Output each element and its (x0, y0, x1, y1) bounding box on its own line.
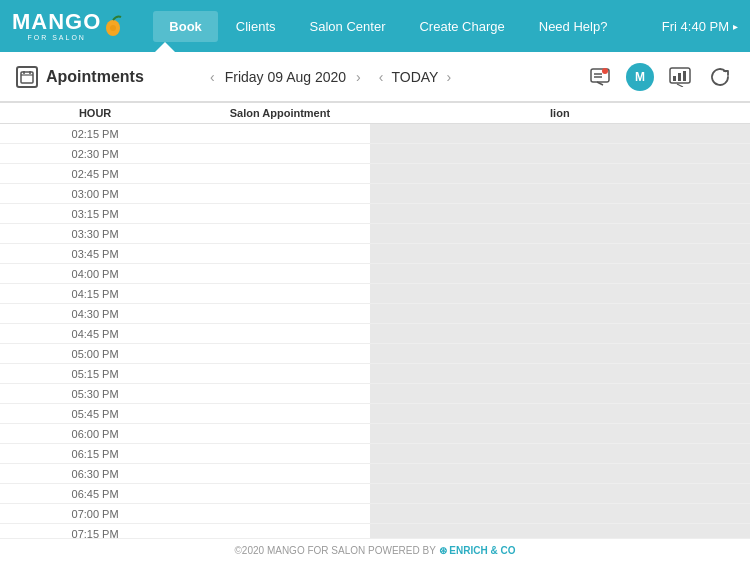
salon-cell[interactable] (190, 464, 370, 484)
table-row[interactable]: 03:00 PM (0, 184, 750, 204)
hour-cell: 04:15 PM (0, 284, 190, 304)
lion-cell[interactable] (370, 184, 750, 204)
date-prev-button[interactable]: ‹ (206, 67, 219, 87)
salon-cell[interactable] (190, 264, 370, 284)
lion-cell[interactable] (370, 384, 750, 404)
lion-cell[interactable] (370, 344, 750, 364)
lion-cell[interactable] (370, 124, 750, 144)
salon-cell[interactable] (190, 504, 370, 524)
lion-cell[interactable] (370, 364, 750, 384)
nav-need-help[interactable]: Need Help? (523, 11, 624, 42)
table-row[interactable]: 04:45 PM (0, 324, 750, 344)
nav-create-charge[interactable]: Create Charge (403, 11, 520, 42)
salon-cell[interactable] (190, 144, 370, 164)
hour-cell: 05:15 PM (0, 364, 190, 384)
filter-icon[interactable] (586, 63, 614, 91)
lion-cell[interactable] (370, 284, 750, 304)
col-header-hour: HOUR (0, 103, 190, 124)
table-row[interactable]: 04:15 PM (0, 284, 750, 304)
sub-header: Apointments ‹ Friday 09 Aug 2020 › ‹ TOD… (0, 52, 750, 102)
lion-cell[interactable] (370, 304, 750, 324)
hour-cell: 06:30 PM (0, 464, 190, 484)
table-row[interactable]: 03:15 PM (0, 204, 750, 224)
lion-cell[interactable] (370, 324, 750, 344)
lion-cell[interactable] (370, 504, 750, 524)
table-row[interactable]: 05:00 PM (0, 344, 750, 364)
salon-cell[interactable] (190, 484, 370, 504)
table-row[interactable]: 07:00 PM (0, 504, 750, 524)
table-row[interactable]: 06:45 PM (0, 484, 750, 504)
lion-cell[interactable] (370, 204, 750, 224)
hour-cell: 06:15 PM (0, 444, 190, 464)
top-nav: MANGO FOR SALON Book Clients Salon Cente… (0, 0, 750, 52)
today-next-button[interactable]: › (442, 67, 455, 87)
lion-cell[interactable] (370, 264, 750, 284)
table-row[interactable]: 06:00 PM (0, 424, 750, 444)
table-row[interactable]: 02:45 PM (0, 164, 750, 184)
lion-cell[interactable] (370, 444, 750, 464)
salon-cell[interactable] (190, 384, 370, 404)
lion-cell[interactable] (370, 524, 750, 539)
salon-cell[interactable] (190, 524, 370, 539)
lion-cell[interactable] (370, 464, 750, 484)
table-row[interactable]: 04:00 PM (0, 264, 750, 284)
salon-cell[interactable] (190, 364, 370, 384)
calendar-icon (16, 66, 38, 88)
time-arrow-icon: ▸ (733, 21, 738, 32)
table-row[interactable]: 04:30 PM (0, 304, 750, 324)
salon-cell[interactable] (190, 184, 370, 204)
table-row[interactable]: 05:45 PM (0, 404, 750, 424)
logo: MANGO FOR SALON (12, 11, 123, 41)
lion-cell[interactable] (370, 144, 750, 164)
salon-cell[interactable] (190, 224, 370, 244)
table-row[interactable]: 03:30 PM (0, 224, 750, 244)
salon-cell[interactable] (190, 124, 370, 144)
refresh-icon[interactable] (706, 63, 734, 91)
table-row[interactable]: 02:30 PM (0, 144, 750, 164)
nav-salon-center[interactable]: Salon Center (294, 11, 402, 42)
col-header-lion: lion (370, 103, 750, 124)
salon-cell[interactable] (190, 284, 370, 304)
today-button[interactable]: TODAY (391, 69, 438, 85)
table-row[interactable]: 03:45 PM (0, 244, 750, 264)
table-row[interactable]: 06:30 PM (0, 464, 750, 484)
date-next-button[interactable]: › (352, 67, 365, 87)
salon-cell[interactable] (190, 164, 370, 184)
table-row[interactable]: 05:15 PM (0, 364, 750, 384)
salon-cell[interactable] (190, 404, 370, 424)
table-row[interactable]: 07:15 PM (0, 524, 750, 539)
appointments-table: HOUR Salon Appointment lion 02:15 PM02:3… (0, 103, 750, 538)
hour-cell: 06:00 PM (0, 424, 190, 444)
salon-cell[interactable] (190, 304, 370, 324)
nav-links: Book Clients Salon Center Create Charge … (153, 11, 661, 42)
table-row[interactable]: 06:15 PM (0, 444, 750, 464)
today-prev-button[interactable]: ‹ (375, 67, 388, 87)
salon-cell[interactable] (190, 324, 370, 344)
hour-cell: 02:45 PM (0, 164, 190, 184)
current-time: Fri 4:40 PM (662, 19, 729, 34)
hour-cell: 05:00 PM (0, 344, 190, 364)
salon-cell[interactable] (190, 344, 370, 364)
user-avatar[interactable]: M (626, 63, 654, 91)
lion-cell[interactable] (370, 244, 750, 264)
salon-cell[interactable] (190, 244, 370, 264)
footer-text: ©2020 MANGO FOR SALON POWERED BY (235, 545, 436, 556)
lion-cell[interactable] (370, 224, 750, 244)
hour-cell: 07:15 PM (0, 524, 190, 539)
salon-cell[interactable] (190, 204, 370, 224)
calendar-container[interactable]: HOUR Salon Appointment lion 02:15 PM02:3… (0, 102, 750, 538)
lion-cell[interactable] (370, 404, 750, 424)
salon-cell[interactable] (190, 424, 370, 444)
lion-cell[interactable] (370, 424, 750, 444)
nav-book[interactable]: Book (153, 11, 218, 42)
current-date-label: Friday 09 Aug 2020 (225, 69, 346, 85)
page-title: Apointments (46, 68, 144, 86)
lion-cell[interactable] (370, 484, 750, 504)
stats-icon[interactable] (666, 63, 694, 91)
table-row[interactable]: 05:30 PM (0, 384, 750, 404)
salon-cell[interactable] (190, 444, 370, 464)
hour-cell: 05:30 PM (0, 384, 190, 404)
nav-clients[interactable]: Clients (220, 11, 292, 42)
table-row[interactable]: 02:15 PM (0, 124, 750, 144)
lion-cell[interactable] (370, 164, 750, 184)
